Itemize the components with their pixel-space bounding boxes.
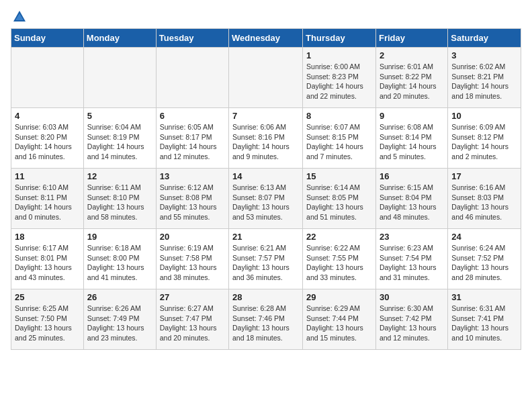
day-number: 5 <box>87 111 152 121</box>
day-cell-22: 22Sunrise: 6:22 AM Sunset: 7:55 PM Dayli… <box>303 229 376 289</box>
day-info: Sunrise: 6:03 AM Sunset: 8:20 PM Dayligh… <box>15 122 80 162</box>
day-info: Sunrise: 6:01 AM Sunset: 8:22 PM Dayligh… <box>380 62 444 101</box>
day-number: 29 <box>306 292 372 302</box>
day-info: Sunrise: 6:13 AM Sunset: 8:07 PM Dayligh… <box>232 183 299 222</box>
day-info: Sunrise: 6:17 AM Sunset: 8:01 PM Dayligh… <box>15 243 80 283</box>
weekday-header-tuesday: Tuesday <box>156 29 228 48</box>
day-number: 17 <box>451 171 517 181</box>
day-cell-24: 24Sunrise: 6:24 AM Sunset: 7:52 PM Dayli… <box>448 229 521 289</box>
day-number: 24 <box>451 232 517 242</box>
logo <box>11 11 27 21</box>
day-cell-19: 19Sunrise: 6:18 AM Sunset: 8:00 PM Dayli… <box>83 229 156 289</box>
day-cell-6: 6Sunrise: 6:05 AM Sunset: 8:17 PM Daylig… <box>156 108 228 169</box>
day-info: Sunrise: 6:24 AM Sunset: 7:52 PM Dayligh… <box>451 243 517 283</box>
day-info: Sunrise: 6:27 AM Sunset: 7:47 PM Dayligh… <box>160 304 225 343</box>
day-info: Sunrise: 6:26 AM Sunset: 7:49 PM Dayligh… <box>87 304 152 343</box>
logo-icon <box>12 9 27 24</box>
day-info: Sunrise: 6:12 AM Sunset: 8:08 PM Dayligh… <box>160 183 225 222</box>
day-cell-1: 1Sunrise: 6:00 AM Sunset: 8:23 PM Daylig… <box>303 48 376 108</box>
empty-cell <box>11 48 84 108</box>
day-cell-26: 26Sunrise: 6:26 AM Sunset: 7:49 PM Dayli… <box>83 289 156 350</box>
day-number: 25 <box>15 292 80 302</box>
day-info: Sunrise: 6:14 AM Sunset: 8:05 PM Dayligh… <box>306 183 372 222</box>
week-row-4: 18Sunrise: 6:17 AM Sunset: 8:01 PM Dayli… <box>11 229 521 289</box>
day-number: 28 <box>232 292 299 302</box>
day-number: 14 <box>232 171 299 181</box>
page-header <box>11 11 521 21</box>
day-cell-18: 18Sunrise: 6:17 AM Sunset: 8:01 PM Dayli… <box>11 229 84 289</box>
weekday-header-friday: Friday <box>375 29 447 48</box>
day-cell-5: 5Sunrise: 6:04 AM Sunset: 8:19 PM Daylig… <box>83 108 156 169</box>
day-cell-16: 16Sunrise: 6:15 AM Sunset: 8:04 PM Dayli… <box>375 169 447 229</box>
day-cell-17: 17Sunrise: 6:16 AM Sunset: 8:03 PM Dayli… <box>448 169 521 229</box>
weekday-header-sunday: Sunday <box>11 29 84 48</box>
day-info: Sunrise: 6:09 AM Sunset: 8:12 PM Dayligh… <box>451 122 517 162</box>
day-cell-29: 29Sunrise: 6:29 AM Sunset: 7:44 PM Dayli… <box>303 289 376 350</box>
day-number: 1 <box>306 50 372 60</box>
day-number: 12 <box>87 171 152 181</box>
day-number: 31 <box>451 292 517 302</box>
day-cell-28: 28Sunrise: 6:28 AM Sunset: 7:46 PM Dayli… <box>229 289 303 350</box>
weekday-header-row: SundayMondayTuesdayWednesdayThursdayFrid… <box>11 29 521 48</box>
day-info: Sunrise: 6:08 AM Sunset: 8:14 PM Dayligh… <box>380 122 444 162</box>
empty-cell <box>229 48 303 108</box>
day-number: 22 <box>306 232 372 242</box>
day-info: Sunrise: 6:05 AM Sunset: 8:17 PM Dayligh… <box>160 122 225 162</box>
day-info: Sunrise: 6:30 AM Sunset: 7:42 PM Dayligh… <box>380 304 444 343</box>
day-cell-27: 27Sunrise: 6:27 AM Sunset: 7:47 PM Dayli… <box>156 289 228 350</box>
day-info: Sunrise: 6:25 AM Sunset: 7:50 PM Dayligh… <box>15 304 80 343</box>
day-cell-2: 2Sunrise: 6:01 AM Sunset: 8:22 PM Daylig… <box>375 48 447 108</box>
day-cell-12: 12Sunrise: 6:11 AM Sunset: 8:10 PM Dayli… <box>83 169 156 229</box>
day-number: 13 <box>160 171 225 181</box>
day-cell-31: 31Sunrise: 6:31 AM Sunset: 7:41 PM Dayli… <box>448 289 521 350</box>
week-row-5: 25Sunrise: 6:25 AM Sunset: 7:50 PM Dayli… <box>11 289 521 350</box>
day-info: Sunrise: 6:11 AM Sunset: 8:10 PM Dayligh… <box>87 183 152 222</box>
day-info: Sunrise: 6:15 AM Sunset: 8:04 PM Dayligh… <box>380 183 444 222</box>
day-number: 4 <box>15 111 80 121</box>
day-cell-11: 11Sunrise: 6:10 AM Sunset: 8:11 PM Dayli… <box>11 169 84 229</box>
day-info: Sunrise: 6:06 AM Sunset: 8:16 PM Dayligh… <box>232 122 299 162</box>
day-number: 30 <box>380 292 444 302</box>
day-info: Sunrise: 6:18 AM Sunset: 8:00 PM Dayligh… <box>87 243 152 283</box>
week-row-1: 1Sunrise: 6:00 AM Sunset: 8:23 PM Daylig… <box>11 48 521 108</box>
day-cell-30: 30Sunrise: 6:30 AM Sunset: 7:42 PM Dayli… <box>375 289 447 350</box>
weekday-header-monday: Monday <box>83 29 156 48</box>
day-number: 15 <box>306 171 372 181</box>
day-cell-23: 23Sunrise: 6:23 AM Sunset: 7:54 PM Dayli… <box>375 229 447 289</box>
day-info: Sunrise: 6:07 AM Sunset: 8:15 PM Dayligh… <box>306 122 372 162</box>
day-info: Sunrise: 6:29 AM Sunset: 7:44 PM Dayligh… <box>306 304 372 343</box>
week-row-3: 11Sunrise: 6:10 AM Sunset: 8:11 PM Dayli… <box>11 169 521 229</box>
weekday-header-wednesday: Wednesday <box>229 29 303 48</box>
day-info: Sunrise: 6:23 AM Sunset: 7:54 PM Dayligh… <box>380 243 444 283</box>
day-info: Sunrise: 6:31 AM Sunset: 7:41 PM Dayligh… <box>451 304 517 343</box>
day-info: Sunrise: 6:19 AM Sunset: 7:58 PM Dayligh… <box>160 243 225 283</box>
day-info: Sunrise: 6:28 AM Sunset: 7:46 PM Dayligh… <box>232 304 299 343</box>
day-number: 11 <box>15 171 80 181</box>
day-info: Sunrise: 6:04 AM Sunset: 8:19 PM Dayligh… <box>87 122 152 162</box>
day-info: Sunrise: 6:21 AM Sunset: 7:57 PM Dayligh… <box>232 243 299 283</box>
weekday-header-thursday: Thursday <box>303 29 376 48</box>
day-number: 18 <box>15 232 80 242</box>
day-cell-3: 3Sunrise: 6:02 AM Sunset: 8:21 PM Daylig… <box>448 48 521 108</box>
day-cell-10: 10Sunrise: 6:09 AM Sunset: 8:12 PM Dayli… <box>448 108 521 169</box>
day-number: 27 <box>160 292 225 302</box>
day-number: 8 <box>306 111 372 121</box>
day-number: 26 <box>87 292 152 302</box>
day-number: 6 <box>160 111 225 121</box>
calendar-table: SundayMondayTuesdayWednesdayThursdayFrid… <box>11 28 521 350</box>
day-number: 21 <box>232 232 299 242</box>
day-cell-4: 4Sunrise: 6:03 AM Sunset: 8:20 PM Daylig… <box>11 108 84 169</box>
day-cell-21: 21Sunrise: 6:21 AM Sunset: 7:57 PM Dayli… <box>229 229 303 289</box>
day-cell-7: 7Sunrise: 6:06 AM Sunset: 8:16 PM Daylig… <box>229 108 303 169</box>
day-number: 3 <box>451 50 517 60</box>
day-cell-9: 9Sunrise: 6:08 AM Sunset: 8:14 PM Daylig… <box>375 108 447 169</box>
day-info: Sunrise: 6:00 AM Sunset: 8:23 PM Dayligh… <box>306 62 372 101</box>
day-cell-15: 15Sunrise: 6:14 AM Sunset: 8:05 PM Dayli… <box>303 169 376 229</box>
day-number: 9 <box>380 111 444 121</box>
day-number: 10 <box>451 111 517 121</box>
day-number: 7 <box>232 111 299 121</box>
empty-cell <box>83 48 156 108</box>
day-info: Sunrise: 6:16 AM Sunset: 8:03 PM Dayligh… <box>451 183 517 222</box>
day-number: 19 <box>87 232 152 242</box>
day-cell-8: 8Sunrise: 6:07 AM Sunset: 8:15 PM Daylig… <box>303 108 376 169</box>
